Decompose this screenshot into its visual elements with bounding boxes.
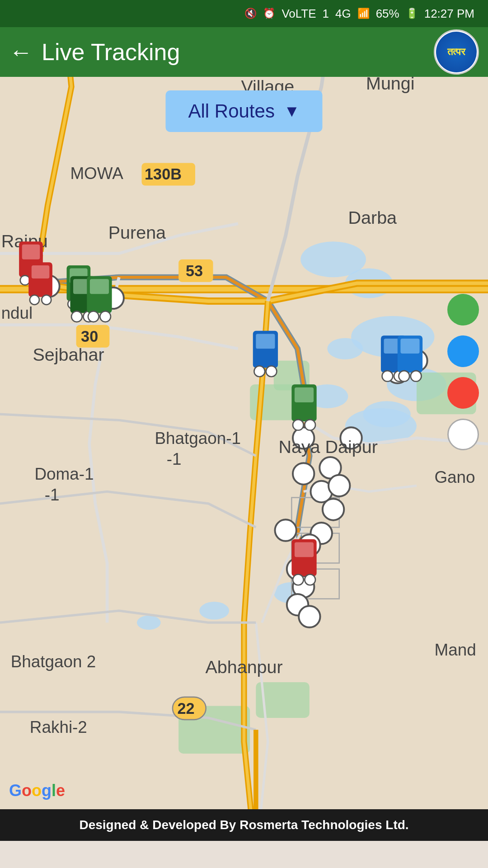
svg-point-107 — [293, 575, 304, 585]
status-bar: 🔇 ⏰ VoLTE 1 4G 📶 65% 🔋 12:27 PM — [0, 0, 488, 27]
svg-text:53: 53 — [186, 262, 203, 279]
svg-point-75 — [30, 295, 39, 305]
footer: Designed & Developed By Rosmerta Technol… — [0, 809, 488, 841]
svg-point-95 — [382, 371, 393, 382]
svg-point-35 — [275, 519, 296, 541]
data-icon: 4G — [335, 7, 351, 21]
svg-rect-90 — [256, 334, 275, 349]
svg-point-108 — [305, 575, 315, 585]
svg-text:Abhanpur: Abhanpur — [205, 657, 282, 677]
svg-point-71 — [20, 275, 30, 285]
app-logo: तत्पर — [434, 29, 479, 75]
svg-rect-106 — [295, 542, 314, 557]
battery-icon: 🔋 — [406, 8, 418, 19]
top-bar: ← Live Tracking तत्पर — [0, 27, 488, 77]
map-view[interactable]: Sankara Nardaha Village Mungi MOWA Darba… — [0, 77, 488, 841]
footer-text: Designed & Developed By Rosmerta Technol… — [79, 818, 408, 832]
svg-text:Rakhi-2: Rakhi-2 — [30, 718, 87, 736]
legend-blue — [447, 335, 479, 367]
clock: 12:27 PM — [424, 7, 474, 21]
svg-point-83 — [71, 311, 82, 322]
map-svg: Sankara Nardaha Village Mungi MOWA Darba… — [0, 77, 488, 841]
legend-white — [447, 419, 479, 450]
svg-text:Bhatgaon-1: Bhatgaon-1 — [155, 429, 241, 448]
svg-text:-1: -1 — [45, 486, 60, 504]
svg-text:Gano: Gano — [434, 468, 475, 486]
back-button[interactable]: ← — [9, 40, 33, 64]
dropdown-arrow-icon: ▼ — [284, 102, 300, 121]
svg-point-104 — [305, 420, 315, 430]
svg-point-33 — [299, 606, 320, 627]
legend — [447, 294, 479, 450]
svg-text:Mand: Mand — [434, 641, 476, 659]
svg-text:Bhatgaon 2: Bhatgaon 2 — [11, 652, 96, 671]
svg-point-99 — [399, 371, 409, 382]
route-dropdown[interactable]: All Routes ▼ — [165, 90, 322, 132]
svg-point-100 — [411, 371, 422, 382]
svg-text:Naya Daipur: Naya Daipur — [278, 437, 378, 457]
google-logo: Google — [9, 781, 65, 800]
signal-icon: 📶 — [357, 8, 370, 19]
svg-text:Darba: Darba — [348, 208, 397, 227]
svg-rect-70 — [22, 245, 40, 259]
svg-point-87 — [88, 311, 99, 322]
logo-text: तत्पर — [447, 46, 465, 58]
svg-rect-74 — [32, 265, 50, 278]
svg-point-88 — [100, 311, 111, 322]
svg-point-27 — [323, 499, 344, 520]
svg-rect-102 — [295, 387, 314, 402]
svg-point-9 — [199, 602, 229, 620]
svg-text:Purena: Purena — [108, 222, 166, 242]
svg-point-103 — [293, 420, 304, 430]
network-type: VoLTE — [282, 7, 316, 21]
mute-icon: 🔇 — [244, 8, 257, 19]
svg-rect-98 — [400, 339, 419, 354]
svg-text:Doma-1: Doma-1 — [34, 465, 94, 483]
page-title: Live Tracking — [42, 38, 434, 66]
svg-point-26 — [328, 475, 350, 496]
svg-text:130B: 130B — [145, 165, 182, 183]
svg-point-76 — [42, 295, 51, 305]
svg-point-10 — [137, 615, 161, 630]
svg-text:MOWA: MOWA — [70, 164, 123, 183]
svg-text:ndul: ndul — [1, 304, 33, 322]
svg-text:Mungi: Mungi — [366, 77, 415, 93]
svg-text:-1: -1 — [167, 450, 182, 468]
sim-icon: 1 — [323, 7, 329, 21]
alarm-icon: ⏰ — [263, 8, 275, 19]
svg-rect-86 — [90, 279, 109, 294]
legend-green — [447, 294, 479, 326]
svg-text:30: 30 — [81, 328, 98, 345]
legend-red — [447, 377, 479, 409]
svg-text:22: 22 — [177, 700, 194, 717]
svg-point-23 — [293, 463, 314, 484]
battery-level: 65% — [376, 7, 399, 21]
route-dropdown-label: All Routes — [188, 100, 274, 122]
svg-point-4 — [327, 338, 363, 359]
svg-point-91 — [254, 366, 265, 377]
svg-point-92 — [266, 366, 277, 377]
